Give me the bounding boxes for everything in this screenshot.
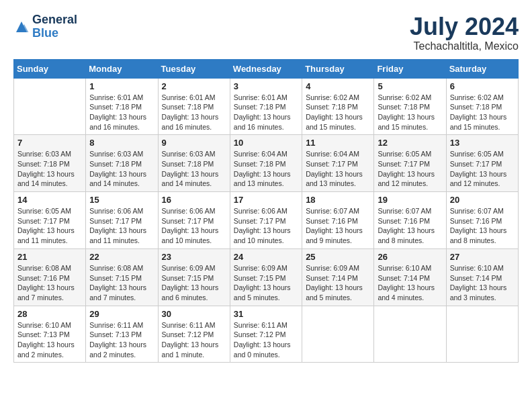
calendar-cell: 7Sunrise: 6:03 AMSunset: 7:18 PMDaylight… bbox=[14, 135, 86, 192]
calendar-week-2: 7Sunrise: 6:03 AMSunset: 7:18 PMDaylight… bbox=[14, 135, 519, 192]
calendar-cell: 25Sunrise: 6:09 AMSunset: 7:14 PMDayligh… bbox=[302, 248, 374, 306]
day-number: 15 bbox=[89, 195, 154, 205]
cell-info: Sunrise: 6:01 AMSunset: 7:18 PMDaylight:… bbox=[234, 93, 291, 131]
day-number: 27 bbox=[450, 252, 515, 262]
day-number: 29 bbox=[89, 309, 154, 319]
day-number: 1 bbox=[89, 81, 154, 91]
calendar-cell: 20Sunrise: 6:07 AMSunset: 7:16 PMDayligh… bbox=[446, 192, 518, 249]
calendar-table: SundayMondayTuesdayWednesdayThursdayFrid… bbox=[13, 59, 519, 363]
cell-info: Sunrise: 6:08 AMSunset: 7:16 PMDaylight:… bbox=[17, 264, 75, 302]
logo: General Blue bbox=[13, 13, 77, 40]
cell-info: Sunrise: 6:06 AMSunset: 7:17 PMDaylight:… bbox=[234, 207, 291, 244]
calendar-cell: 27Sunrise: 6:10 AMSunset: 7:14 PMDayligh… bbox=[446, 248, 518, 306]
day-number: 22 bbox=[89, 252, 154, 262]
calendar-cell: 13Sunrise: 6:05 AMSunset: 7:17 PMDayligh… bbox=[446, 135, 518, 192]
calendar-cell: 17Sunrise: 6:06 AMSunset: 7:17 PMDayligh… bbox=[230, 192, 302, 249]
day-number: 7 bbox=[17, 138, 82, 148]
cell-info: Sunrise: 6:11 AMSunset: 7:12 PMDaylight:… bbox=[234, 321, 291, 359]
calendar-cell: 29Sunrise: 6:11 AMSunset: 7:13 PMDayligh… bbox=[86, 306, 158, 363]
cell-info: Sunrise: 6:06 AMSunset: 7:17 PMDaylight:… bbox=[89, 207, 146, 244]
cell-info: Sunrise: 6:05 AMSunset: 7:17 PMDaylight:… bbox=[17, 207, 75, 244]
title-area: July 2024 Techachaltitla, Mexico bbox=[410, 13, 519, 52]
day-number: 3 bbox=[234, 81, 298, 91]
day-number: 31 bbox=[234, 309, 298, 319]
calendar-cell: 15Sunrise: 6:06 AMSunset: 7:17 PMDayligh… bbox=[86, 192, 158, 249]
cell-info: Sunrise: 6:11 AMSunset: 7:13 PMDaylight:… bbox=[89, 321, 146, 359]
header-row: SundayMondayTuesdayWednesdayThursdayFrid… bbox=[14, 59, 519, 78]
calendar-cell: 31Sunrise: 6:11 AMSunset: 7:12 PMDayligh… bbox=[230, 306, 302, 363]
calendar-cell bbox=[14, 78, 86, 135]
cell-info: Sunrise: 6:04 AMSunset: 7:18 PMDaylight:… bbox=[234, 150, 291, 187]
day-number: 11 bbox=[306, 138, 370, 148]
day-number: 17 bbox=[234, 195, 298, 205]
calendar-cell: 9Sunrise: 6:03 AMSunset: 7:18 PMDaylight… bbox=[158, 135, 230, 192]
day-number: 21 bbox=[17, 252, 82, 262]
day-number: 26 bbox=[378, 252, 442, 262]
calendar-cell: 11Sunrise: 6:04 AMSunset: 7:17 PMDayligh… bbox=[302, 135, 374, 192]
day-number: 10 bbox=[234, 138, 298, 148]
col-header-friday: Friday bbox=[374, 59, 446, 78]
calendar-cell: 26Sunrise: 6:10 AMSunset: 7:14 PMDayligh… bbox=[374, 248, 446, 306]
day-number: 18 bbox=[306, 195, 370, 205]
cell-info: Sunrise: 6:08 AMSunset: 7:15 PMDaylight:… bbox=[89, 264, 146, 302]
cell-info: Sunrise: 6:07 AMSunset: 7:16 PMDaylight:… bbox=[450, 207, 507, 244]
calendar-cell: 12Sunrise: 6:05 AMSunset: 7:17 PMDayligh… bbox=[374, 135, 446, 192]
day-number: 12 bbox=[378, 138, 442, 148]
day-number: 8 bbox=[89, 138, 154, 148]
col-header-monday: Monday bbox=[86, 59, 158, 78]
cell-info: Sunrise: 6:11 AMSunset: 7:12 PMDaylight:… bbox=[162, 321, 219, 359]
col-header-thursday: Thursday bbox=[302, 59, 374, 78]
day-number: 13 bbox=[450, 138, 515, 148]
col-header-tuesday: Tuesday bbox=[158, 59, 230, 78]
day-number: 20 bbox=[450, 195, 515, 205]
day-number: 24 bbox=[234, 252, 298, 262]
calendar-week-1: 1Sunrise: 6:01 AMSunset: 7:18 PMDaylight… bbox=[14, 78, 519, 135]
month-title: July 2024 bbox=[410, 13, 519, 40]
calendar-cell: 8Sunrise: 6:03 AMSunset: 7:18 PMDaylight… bbox=[86, 135, 158, 192]
calendar-cell: 19Sunrise: 6:07 AMSunset: 7:16 PMDayligh… bbox=[374, 192, 446, 249]
cell-info: Sunrise: 6:02 AMSunset: 7:18 PMDaylight:… bbox=[306, 93, 363, 131]
col-header-wednesday: Wednesday bbox=[230, 59, 302, 78]
day-number: 19 bbox=[378, 195, 442, 205]
calendar-cell: 2Sunrise: 6:01 AMSunset: 7:18 PMDaylight… bbox=[158, 78, 230, 135]
calendar-cell: 6Sunrise: 6:02 AMSunset: 7:18 PMDaylight… bbox=[446, 78, 518, 135]
day-number: 16 bbox=[162, 195, 226, 205]
calendar-week-3: 14Sunrise: 6:05 AMSunset: 7:17 PMDayligh… bbox=[14, 192, 519, 249]
calendar-cell: 14Sunrise: 6:05 AMSunset: 7:17 PMDayligh… bbox=[14, 192, 86, 249]
calendar-cell: 24Sunrise: 6:09 AMSunset: 7:15 PMDayligh… bbox=[230, 248, 302, 306]
calendar-cell: 3Sunrise: 6:01 AMSunset: 7:18 PMDaylight… bbox=[230, 78, 302, 135]
cell-info: Sunrise: 6:05 AMSunset: 7:17 PMDaylight:… bbox=[450, 150, 507, 187]
calendar-cell: 28Sunrise: 6:10 AMSunset: 7:13 PMDayligh… bbox=[14, 306, 86, 363]
calendar-week-5: 28Sunrise: 6:10 AMSunset: 7:13 PMDayligh… bbox=[14, 306, 519, 363]
cell-info: Sunrise: 6:03 AMSunset: 7:18 PMDaylight:… bbox=[89, 150, 146, 187]
cell-info: Sunrise: 6:09 AMSunset: 7:15 PMDaylight:… bbox=[162, 264, 219, 302]
cell-info: Sunrise: 6:03 AMSunset: 7:18 PMDaylight:… bbox=[162, 150, 219, 187]
cell-info: Sunrise: 6:10 AMSunset: 7:14 PMDaylight:… bbox=[378, 264, 435, 302]
day-number: 14 bbox=[17, 195, 82, 205]
calendar-cell bbox=[374, 306, 446, 363]
cell-info: Sunrise: 6:07 AMSunset: 7:16 PMDaylight:… bbox=[306, 207, 363, 244]
cell-info: Sunrise: 6:02 AMSunset: 7:18 PMDaylight:… bbox=[450, 93, 507, 131]
day-number: 9 bbox=[162, 138, 226, 148]
header: General Blue July 2024 Techachaltitla, M… bbox=[13, 13, 519, 52]
calendar-cell: 21Sunrise: 6:08 AMSunset: 7:16 PMDayligh… bbox=[14, 248, 86, 306]
day-number: 4 bbox=[306, 81, 370, 91]
cell-info: Sunrise: 6:10 AMSunset: 7:14 PMDaylight:… bbox=[450, 264, 507, 302]
calendar-cell: 22Sunrise: 6:08 AMSunset: 7:15 PMDayligh… bbox=[86, 248, 158, 306]
calendar-cell bbox=[446, 306, 518, 363]
cell-info: Sunrise: 6:01 AMSunset: 7:18 PMDaylight:… bbox=[89, 93, 146, 131]
logo-icon bbox=[13, 19, 30, 35]
calendar-cell: 10Sunrise: 6:04 AMSunset: 7:18 PMDayligh… bbox=[230, 135, 302, 192]
day-number: 2 bbox=[162, 81, 226, 91]
cell-info: Sunrise: 6:04 AMSunset: 7:17 PMDaylight:… bbox=[306, 150, 363, 187]
cell-info: Sunrise: 6:02 AMSunset: 7:18 PMDaylight:… bbox=[378, 93, 435, 131]
calendar-cell: 18Sunrise: 6:07 AMSunset: 7:16 PMDayligh… bbox=[302, 192, 374, 249]
calendar-cell: 1Sunrise: 6:01 AMSunset: 7:18 PMDaylight… bbox=[86, 78, 158, 135]
day-number: 23 bbox=[162, 252, 226, 262]
calendar-week-4: 21Sunrise: 6:08 AMSunset: 7:16 PMDayligh… bbox=[14, 248, 519, 306]
calendar-cell: 5Sunrise: 6:02 AMSunset: 7:18 PMDaylight… bbox=[374, 78, 446, 135]
day-number: 25 bbox=[306, 252, 370, 262]
location-title: Techachaltitla, Mexico bbox=[410, 40, 519, 52]
cell-info: Sunrise: 6:03 AMSunset: 7:18 PMDaylight:… bbox=[17, 150, 75, 187]
calendar-cell bbox=[302, 306, 374, 363]
